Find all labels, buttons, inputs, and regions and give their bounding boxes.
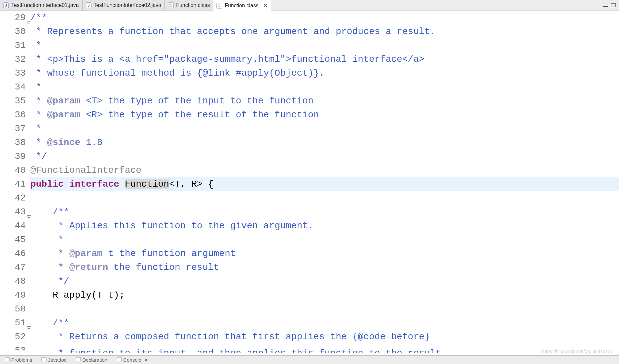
declaration-icon xyxy=(76,357,81,363)
code-line: /** xyxy=(30,11,619,25)
line-number: 46 xyxy=(8,247,26,261)
minimize-icon[interactable] xyxy=(602,3,608,8)
line-number: 37 xyxy=(8,122,26,136)
bottom-tab-label: Problems xyxy=(11,357,32,363)
line-number: 39 xyxy=(8,150,26,164)
line-number: 44 xyxy=(8,219,26,233)
code-line: * Returns a composed function that first… xyxy=(30,330,619,344)
code-line: * @param <T> the type of the input to th… xyxy=(30,94,619,108)
code-line: R apply(T t); xyxy=(30,288,619,302)
code-line: * function to its input, and then applie… xyxy=(30,346,619,353)
line-number-gutter: 2930313233343536373839404142434445464748… xyxy=(8,11,28,355)
code-line xyxy=(30,302,619,316)
svg-rect-18 xyxy=(5,358,10,361)
bottom-tab-label: Declaration xyxy=(82,357,107,363)
svg-rect-10 xyxy=(603,6,608,7)
line-number: 29 xyxy=(8,11,26,25)
close-icon[interactable]: ✕ xyxy=(144,357,148,363)
line-number: 30 xyxy=(8,25,26,39)
svg-text:J: J xyxy=(5,3,7,8)
code-line: * xyxy=(30,39,619,53)
line-number: 42 xyxy=(8,191,26,205)
svg-rect-21 xyxy=(117,358,122,361)
line-number: 33 xyxy=(8,66,26,80)
bottom-view-tab[interactable]: Console✕ xyxy=(114,357,151,363)
code-line: public interface Function<T, R> { xyxy=(30,177,619,191)
editor-tab[interactable]: 101010Function.class xyxy=(165,0,213,11)
editor-tab[interactable]: JTestFunctionInterface01.java xyxy=(0,0,83,11)
editor-tab[interactable]: 101010Function.class✕ xyxy=(213,0,271,11)
line-number: 41 xyxy=(8,177,26,191)
editor-area: 2930313233343536373839404142434445464748… xyxy=(0,11,619,355)
code-line: * <p>This is a <a href="package-summary.… xyxy=(30,53,619,66)
javadoc-icon xyxy=(41,357,47,363)
line-number: 35 xyxy=(8,94,26,108)
svg-text:J: J xyxy=(87,3,90,8)
svg-text:010: 010 xyxy=(218,6,221,8)
code-line: * @param t the function argument xyxy=(30,247,619,261)
code-line: * xyxy=(30,80,619,94)
bottom-view-tab[interactable]: Problems xyxy=(2,357,35,363)
code-line xyxy=(30,191,619,205)
code-line: /** xyxy=(30,316,619,330)
line-number: 45 xyxy=(8,233,26,247)
svg-text:010: 010 xyxy=(169,5,172,7)
line-number: 47 xyxy=(8,261,26,274)
code-line: * xyxy=(30,122,619,136)
marker-bar xyxy=(0,11,8,355)
svg-rect-11 xyxy=(611,4,616,7)
line-number: 50 xyxy=(8,302,26,316)
line-number: 40 xyxy=(8,164,26,177)
line-number: 32 xyxy=(8,53,26,66)
line-number: 43 xyxy=(8,205,26,219)
tab-label: TestFunctionInterface02.java xyxy=(94,2,162,8)
maximize-icon[interactable] xyxy=(610,3,616,8)
code-line: * @return the function result xyxy=(30,261,619,274)
line-number: 31 xyxy=(8,39,26,53)
code-editor[interactable]: /** * Represents a function that accepts… xyxy=(28,11,619,355)
code-line: * xyxy=(30,233,619,247)
svg-rect-19 xyxy=(42,358,46,361)
bottom-view-tab[interactable]: Javadoc xyxy=(39,357,69,363)
code-line: */ xyxy=(30,274,619,288)
editor-tab-bar: JTestFunctionInterface01.javaJTestFuncti… xyxy=(0,0,619,11)
code-line: * Represents a function that accepts one… xyxy=(30,25,619,39)
close-icon[interactable]: ✕ xyxy=(263,2,268,9)
code-line: /** xyxy=(30,205,619,219)
line-number: 38 xyxy=(8,136,26,150)
code-line: * @since 1.8 xyxy=(30,136,619,150)
console-icon xyxy=(117,357,122,363)
code-line: * whose functional method is {@link #app… xyxy=(30,66,619,80)
code-line: * @param <R> the type of the result of t… xyxy=(30,108,619,122)
problems-icon xyxy=(5,357,10,363)
tab-bar-controls xyxy=(602,0,619,11)
line-number: 36 xyxy=(8,108,26,122)
class-file-icon: 101010 xyxy=(167,2,174,9)
java-file-icon: J xyxy=(85,2,92,9)
line-number: 34 xyxy=(8,80,26,94)
code-line: */ xyxy=(30,150,619,164)
code-line: @FunctionalInterface xyxy=(30,164,619,177)
java-file-icon: J xyxy=(3,2,9,9)
editor-tab[interactable]: JTestFunctionInterface02.java xyxy=(83,0,165,11)
code-line: * Applies this function to the given arg… xyxy=(30,219,619,233)
bottom-view-tab[interactable]: Declaration xyxy=(73,357,110,363)
bottom-tab-label: Console xyxy=(123,357,141,363)
tab-label: TestFunctionInterface01.java xyxy=(11,2,79,8)
line-number: 53 xyxy=(8,344,26,350)
watermark: https://blog.csdn.net/qq_38310127 xyxy=(542,349,613,354)
class-file-icon: 101010 xyxy=(216,2,223,9)
line-number: 48 xyxy=(8,274,26,288)
line-number: 49 xyxy=(8,288,26,302)
tab-label: Function.class xyxy=(176,2,210,8)
svg-rect-20 xyxy=(76,358,81,361)
bottom-tab-label: Javadoc xyxy=(48,357,66,363)
line-number: 52 xyxy=(8,330,26,344)
line-number: 51 xyxy=(8,316,26,330)
tab-label: Function.class xyxy=(225,3,258,9)
